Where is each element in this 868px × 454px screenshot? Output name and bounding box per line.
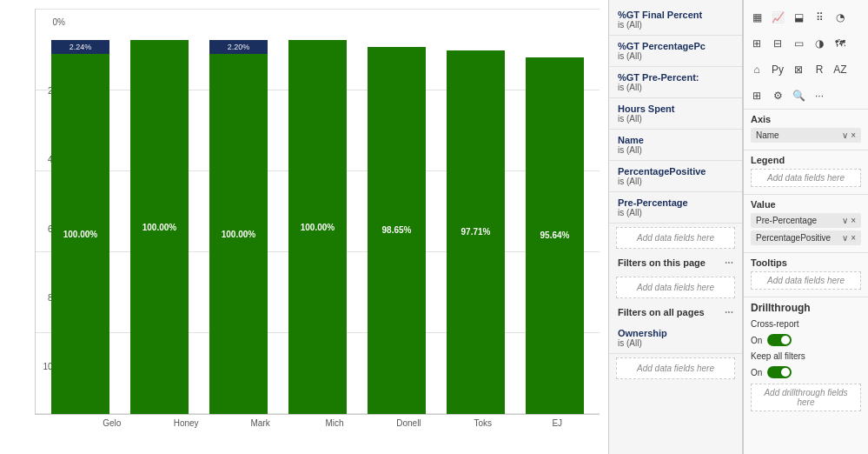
bar-main-mich: 100.00% — [288, 40, 346, 414]
filter-item-pre-percentage: Pre-Percentage is (All) — [609, 192, 742, 224]
viz-icon-funnel[interactable]: ⌂ — [747, 60, 766, 79]
viz-icon-filter-icon[interactable]: ⚙ — [768, 86, 787, 105]
viz-icon-map[interactable]: 🗺 — [831, 34, 850, 53]
x-label-honey: Honey — [152, 418, 219, 428]
x-label-mark: Mark — [227, 418, 294, 428]
bar-main-ej: 95.64% — [526, 57, 583, 414]
bar-group-mich[interactable]: 100.00% — [282, 9, 354, 414]
drillthrough-section: Drillthrough Cross-report On Keep all fi… — [744, 297, 868, 418]
viz-icon-dots-icon[interactable]: ··· — [810, 86, 829, 105]
drillthrough-title: Drillthrough — [751, 302, 861, 314]
viz-icon-matrix[interactable]: ⊟ — [768, 34, 787, 53]
viz-legend-section: Legend Add data fields here — [744, 150, 868, 194]
bar-top-gelo: 2.24% — [51, 40, 109, 54]
filter-add-field-this-page[interactable]: Add data fields here — [616, 277, 735, 298]
viz-icon-custom1[interactable]: ⊞ — [747, 86, 766, 105]
viz-icon-python[interactable]: Py — [768, 60, 787, 79]
filters-on-this-page-label: Filters on this page ··· — [609, 252, 742, 273]
viz-icons-row-4: ⊞ ⚙ 🔍 ··· — [744, 83, 868, 109]
x-label-gelo: Gelo — [78, 418, 145, 428]
bar-group-gelo[interactable]: 2.24%100.00% — [44, 9, 116, 414]
bar-main-toks: 97.71% — [447, 50, 504, 414]
x-label-toks: Toks — [449, 418, 516, 428]
viz-value-field-row-1[interactable]: Pre-Percentage ∨ × — [751, 213, 861, 228]
filter-add-field-top[interactable]: Add data fields here — [616, 227, 735, 249]
bar-main-gelo: 100.00% — [51, 54, 109, 414]
viz-axis-title: Axis — [751, 114, 861, 124]
filter-item-%gtfinalpercent: %GT Final Percent is (All) — [609, 4, 742, 36]
bar-main-donell: 98.65% — [368, 47, 425, 414]
viz-axis-field-row[interactable]: Name ∨ × — [751, 128, 861, 143]
viz-axis-chevron[interactable]: ∨ — [842, 130, 848, 140]
viz-icon-gauge[interactable]: ◑ — [810, 34, 829, 53]
chart-inner: 2.24%100.00%100.00%2.20%100.00%100.00%98… — [35, 9, 600, 415]
filters-all-pages-menu[interactable]: ··· — [725, 306, 733, 318]
viz-value-section: Value Pre-Percentage ∨ × PercentagePosit… — [744, 194, 868, 252]
bar-top-mark: 2.20% — [209, 40, 267, 54]
drillthrough-add-field[interactable]: Add drillthrough fields here — [751, 384, 861, 411]
filter-item-hoursspent: Hours Spent is (All) — [609, 98, 742, 130]
viz-icons-row-3: ⌂ Py ⊠ R AZ — [744, 57, 868, 83]
keep-filters-toggle-row: On — [751, 366, 861, 378]
viz-icon-r[interactable]: R — [810, 60, 829, 79]
viz-tooltips-title: Tooltips — [751, 257, 861, 268]
viz-axis-section: Axis Name ∨ × — [744, 109, 868, 150]
viz-value-close-2[interactable]: × — [851, 233, 856, 243]
viz-tooltips-section: Tooltips Add data fields here — [744, 252, 868, 297]
filter-item-%gtpre-percent:: %GT Pre-Percent: is (All) — [609, 67, 742, 98]
viz-value-field-row-2[interactable]: PercentagePositive ∨ × — [751, 230, 861, 245]
x-labels-row: GeloHoneyMarkMichDonellToksEJ — [70, 415, 600, 428]
filter-ownership: Ownership is (All) — [609, 323, 742, 354]
viz-icon-search-icon[interactable]: 🔍 — [789, 86, 808, 105]
cross-report-label: Cross-report — [751, 319, 799, 329]
keep-filters-on-label: On — [751, 368, 762, 377]
keep-filters-toggle[interactable] — [767, 366, 792, 378]
filter-ownership-name: Ownership — [618, 328, 733, 338]
viz-icons-row-1: ▦ 📈 ⬓ ⠿ ◔ — [744, 4, 868, 30]
viz-icon-card[interactable]: ▭ — [789, 34, 808, 53]
viz-value-field-name-1: Pre-Percentage — [756, 216, 817, 225]
bar-main-mark: 100.00% — [209, 54, 267, 414]
bar-group-mark[interactable]: 2.20%100.00% — [202, 9, 275, 414]
viz-icon-line[interactable]: 📈 — [768, 8, 787, 27]
filter-ownership-value: is (All) — [618, 338, 733, 348]
viz-legend-title: Legend — [751, 155, 861, 165]
keep-filters-row: Keep all filters — [751, 351, 861, 361]
bar-group-toks[interactable]: 97.71% — [440, 9, 512, 414]
filters-on-all-pages-label: Filters on all pages ··· — [609, 302, 742, 323]
filter-item-name: Name is (All) — [609, 130, 742, 161]
cross-report-toggle[interactable] — [767, 334, 792, 346]
viz-icon-scatter[interactable]: ⠿ — [810, 8, 829, 27]
viz-legend-add-field[interactable]: Add data fields here — [751, 169, 861, 187]
viz-axis-close[interactable]: × — [851, 130, 856, 140]
filters-this-page-menu[interactable]: ··· — [725, 257, 733, 269]
viz-icon-pie[interactable]: ◔ — [831, 8, 850, 27]
viz-icon-az[interactable]: AZ — [831, 60, 850, 79]
chart-area: 100% 80% 60% 40% 20% 0% 2.24%100.00%100.… — [0, 0, 608, 454]
viz-value-chevron-1[interactable]: ∨ — [842, 216, 848, 225]
viz-value-field-name-2: PercentagePositive — [756, 233, 831, 243]
viz-value-close-1[interactable]: × — [851, 216, 856, 225]
viz-icon-table[interactable]: ⊞ — [747, 34, 766, 53]
filter-item-percentagepositive: PercentagePositive is (All) — [609, 161, 742, 192]
viz-value-title: Value — [751, 199, 861, 210]
cross-report-toggle-row: On — [751, 334, 861, 346]
filters-panel: %GT Final Percent is (All) %GT Percentag… — [608, 0, 743, 454]
bar-group-donell[interactable]: 98.65% — [361, 9, 433, 414]
viz-icon-grid2[interactable]: ⊠ — [789, 60, 808, 79]
viz-panel: ▦ 📈 ⬓ ⠿ ◔ ⊞ ⊟ ▭ ◑ 🗺 ⌂ Py ⊠ R AZ ⊞ ⚙ 🔍 ··… — [743, 0, 868, 454]
filter-item-%gtpercentagepc: %GT PercentagePc is (All) — [609, 36, 742, 67]
viz-value-chevron-2[interactable]: ∨ — [842, 233, 848, 243]
bar-main-honey: 100.00% — [130, 40, 188, 414]
filter-add-field-all-pages[interactable]: Add data fields here — [616, 357, 735, 379]
viz-icon-area[interactable]: ⬓ — [789, 8, 808, 27]
viz-tooltips-add-field[interactable]: Add data fields here — [751, 271, 861, 290]
x-label-donell: Donell — [375, 418, 442, 428]
viz-axis-field-name: Name — [756, 130, 779, 140]
cross-report-on-label: On — [751, 336, 762, 345]
bar-group-honey[interactable]: 100.00% — [123, 9, 195, 414]
viz-icon-bar[interactable]: ▦ — [747, 8, 766, 27]
bar-group-ej[interactable]: 95.64% — [519, 9, 591, 414]
x-label-mich: Mich — [301, 418, 368, 428]
x-label-ej: EJ — [524, 418, 591, 428]
